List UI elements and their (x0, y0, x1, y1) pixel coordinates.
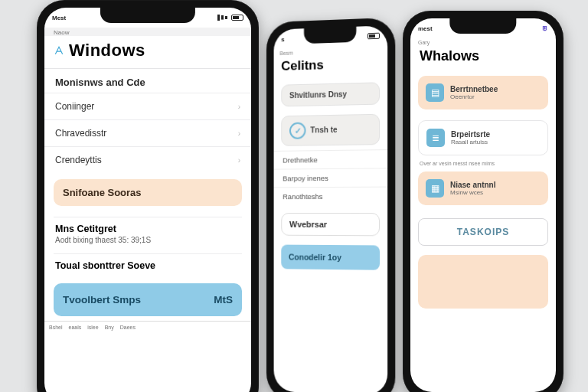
page-header: Windows (44, 36, 251, 69)
card-title: Niase antnnl (450, 181, 495, 189)
list-row[interactable]: Chravedisstr › (44, 119, 251, 146)
list-row[interactable]: Coniinger › (44, 93, 251, 119)
row-label: Chravedisstr (55, 128, 106, 139)
tab-item[interactable]: Daees (120, 325, 136, 330)
page-title: Windows (69, 41, 145, 60)
status-left: mest (418, 25, 433, 32)
card-subtitle: Rasail artuiss (451, 139, 490, 145)
info-block: Mns Cetitgret Aodt bixing thaest 35: 39;… (54, 217, 242, 249)
check-ring-icon: ✓ (289, 122, 305, 139)
shield-icon: ⛨ (542, 25, 548, 32)
card-subtitle: Msinw wces (450, 189, 495, 196)
card-subtitle: Oeenrtor (450, 93, 498, 100)
mini-text: Gary (418, 40, 430, 45)
chevron-right-icon: › (238, 156, 240, 165)
card-label: Tnsh te (310, 125, 337, 134)
phone-left: Mest Naow Windows Monisnws and Cde Conii… (37, 0, 259, 392)
list-icon: ≣ (426, 129, 445, 147)
row-label: Coniinger (55, 101, 94, 112)
battery-icon (231, 15, 243, 21)
mini-label: Naow (44, 28, 251, 36)
primary-button[interactable]: Tvoolbert Smps MtS (54, 283, 242, 316)
status-left: Mest (52, 15, 66, 21)
note-text: Over ar vesin messt nsee mims (410, 161, 556, 166)
card-title: Brpeirtsrte (451, 130, 490, 139)
empty-card[interactable] (418, 255, 548, 309)
list-line[interactable]: Ranothteshs (274, 187, 388, 205)
section-header: Monisnws and Cde (44, 69, 251, 93)
chevron-right-icon: › (238, 103, 240, 111)
chevron-right-icon: › (238, 129, 240, 138)
notch (449, 18, 516, 34)
primary-button[interactable]: Conodelir 1oy (281, 245, 380, 270)
grid-icon: ▦ (426, 179, 444, 198)
info-block: Toual sbonttrer Soeve (54, 253, 242, 276)
card[interactable]: Shvitlunrs Dnsy (281, 82, 380, 106)
outlined-card[interactable]: Wvebrsar (281, 213, 380, 236)
page-title: Celitns (274, 54, 388, 80)
feature-card[interactable]: ≣ Brpeirtsrte Rasail artuiss (418, 120, 548, 155)
phone-middle: s Besm Celitns Shvitlunrs Dnsy ✓Tnsh te … (266, 18, 395, 392)
phone-right: mest ⛨ Gary Whalows ▤ Berrtnnetbee Oeenr… (403, 11, 564, 392)
list-row[interactable]: Crendeyttis › (44, 146, 251, 173)
signal-icon (217, 15, 228, 21)
tab-item[interactable]: Bshel (49, 325, 63, 330)
segment-button[interactable]: TASKOIPS (418, 218, 548, 246)
list-line[interactable]: Barpoy inenes (274, 168, 388, 187)
button-label: Tvoolbert Smps (63, 294, 141, 305)
info-subtitle: Aodt bixing thaest 35: 39;1S (55, 236, 240, 244)
button-right: MtS (214, 294, 233, 305)
status-left: s (281, 36, 284, 43)
tab-bar: Bshel eaals islee Bny Daees (44, 321, 251, 330)
tab-item[interactable]: Bny (105, 325, 114, 330)
tab-item[interactable]: islee (87, 325, 98, 330)
feature-card[interactable]: ▦ Niase antnnl Msinw wces (418, 172, 548, 205)
row-label: Crendeyttis (55, 155, 102, 165)
tab-item[interactable]: eaals (69, 325, 82, 330)
card-ring[interactable]: ✓Tnsh te (281, 114, 380, 146)
notch (100, 8, 195, 23)
info-title: Toual sbonttrer Soeve (55, 260, 240, 271)
info-title: Mns Cetitgret (55, 224, 240, 234)
doc-icon: ▤ (426, 83, 444, 102)
notch (304, 25, 356, 44)
list-line[interactable]: Drethnetke (274, 149, 388, 169)
card-title: Berrtnnetbee (450, 85, 498, 93)
app-icon (54, 45, 64, 56)
mini-label: Gary (410, 38, 556, 45)
page-title: Whalows (410, 45, 556, 70)
feature-card[interactable]: ▤ Berrtnnetbee Oeenrtor (418, 76, 548, 109)
highlight-card[interactable]: Snifoane Sooras (54, 179, 242, 206)
battery-icon (368, 33, 380, 40)
